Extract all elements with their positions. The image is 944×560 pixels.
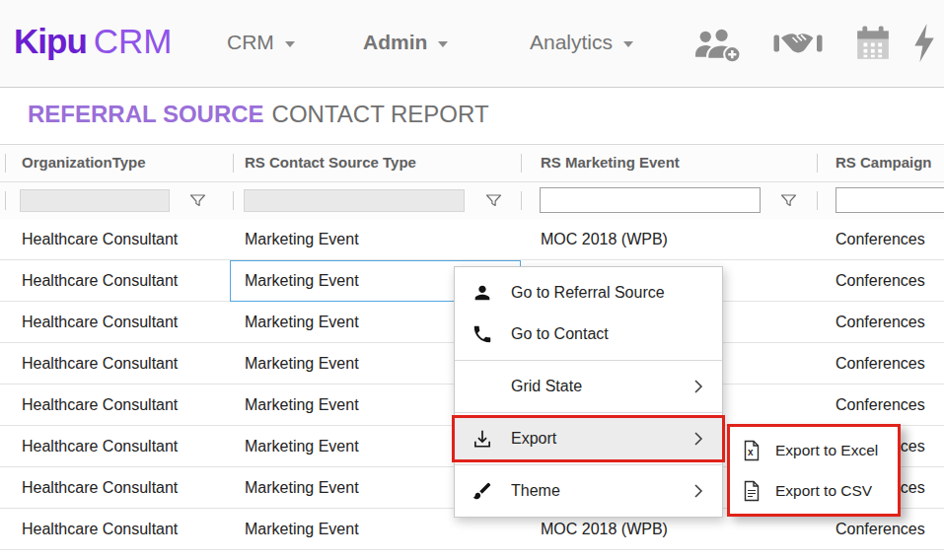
column-divider [233,154,234,173]
filter-input-rs-marketing-event[interactable] [540,187,761,213]
filter-input-rs-campaign[interactable] [835,187,944,213]
menu-separator [455,464,722,465]
column-divider [817,154,818,173]
csv-file-icon [742,480,762,502]
menu-item-go-to-contact[interactable]: Go to Contact [455,314,722,355]
menu-item-label: Go to Contact [511,325,609,343]
table-cell[interactable]: Marketing Event [245,426,359,466]
menu-item-label: Export to CSV [775,482,872,500]
table-cell[interactable]: Conferences [835,219,925,259]
table-cell[interactable]: Marketing Event [245,343,359,384]
grid-header-row: OrganizationType RS Contact Source Type … [0,145,944,182]
nav-label: CRM [227,31,274,53]
caret-down-icon [285,41,295,47]
chevron-right-icon [689,481,708,501]
menu-item-label: Export to Excel [775,442,878,459]
table-cell[interactable]: Healthcare Consultant [22,219,178,259]
chevron-right-icon [689,429,708,449]
grid-filter-row [0,182,944,220]
download-icon [472,428,493,450]
title-bar: REFERRAL SOURCECONTACT REPORT [0,88,944,145]
column-divider [521,191,522,210]
app-logo[interactable]: KipuCRM [14,22,172,61]
caret-down-icon [438,41,448,47]
table-cell[interactable]: Conferences [835,302,925,342]
column-header-rs-marketing-event[interactable]: RS Marketing Event [541,154,680,171]
menu-item-go-to-referral-source[interactable]: Go to Referral Source [455,272,722,314]
table-cell[interactable]: Marketing Event [245,302,359,342]
column-header-rs-contact-source-type[interactable]: RS Contact Source Type [245,154,416,171]
export-submenu: xExport to ExcelExport to CSV [727,424,901,517]
funnel-icon[interactable] [484,191,503,210]
funnel-icon[interactable] [779,191,798,210]
table-cell[interactable]: Conferences [835,385,925,425]
column-header-rs-campaign[interactable]: RS Campaign [835,154,932,171]
table-cell[interactable]: Marketing Event [245,260,359,301]
column-divider [817,191,818,210]
menu-item-export[interactable]: Export [455,418,722,459]
filter-input-rs-contact-source-type[interactable] [244,189,465,212]
column-divider [5,154,6,173]
column-header-organizationtype[interactable]: OrganizationType [22,154,146,171]
nav-menu-analytics[interactable]: Analytics [530,31,633,54]
column-divider [5,191,6,210]
table-cell[interactable]: Healthcare Consultant [22,467,178,508]
table-cell[interactable]: Marketing Event [245,219,359,259]
excel-file-icon: x [742,440,762,461]
brush-icon [472,480,493,502]
table-cell[interactable]: Conferences [835,260,925,301]
person-icon [472,282,493,304]
page-title: REFERRAL SOURCECONTACT REPORT [28,101,489,128]
caret-down-icon [623,41,633,47]
table-cell[interactable]: Healthcare Consultant [22,509,178,549]
page-title-secondary: CONTACT REPORT [272,101,489,127]
table-cell[interactable]: Marketing Event [245,467,359,508]
table-cell[interactable]: Healthcare Consultant [22,302,178,342]
table-cell[interactable]: Healthcare Consultant [22,343,178,384]
menu-separator [455,412,722,413]
table-cell[interactable]: Marketing Event [245,509,359,549]
handshake-icon[interactable] [773,28,823,64]
page-title-primary: REFERRAL SOURCE [28,101,264,127]
table-cell[interactable]: MOC 2018 (WPB) [541,219,668,259]
menu-item-grid-state[interactable]: Grid State [455,366,722,407]
nav-menu-admin[interactable]: Admin [363,31,448,54]
table-cell[interactable]: Healthcare Consultant [22,426,178,466]
menu-item-export-to-csv[interactable]: Export to CSV [730,470,898,511]
menu-item-export-to-excel[interactable]: xExport to Excel [730,430,898,470]
column-divider [521,154,522,173]
nav-label: Analytics [530,31,613,53]
calendar-icon[interactable] [854,25,892,66]
column-divider [233,191,234,210]
menu-item-theme[interactable]: Theme [455,470,722,512]
svg-text:x: x [748,446,754,456]
context-menu: Go to Referral SourceGo to ContactGrid S… [454,266,723,518]
table-cell[interactable]: Conferences [835,343,925,384]
menu-item-label: Grid State [511,378,582,395]
menu-item-label: Export [511,430,556,448]
funnel-icon[interactable] [188,191,207,210]
logo-secondary: CRM [94,22,173,60]
logo-primary: Kipu [14,22,87,60]
top-bar: KipuCRM CRM Admin Analytics [0,0,944,88]
table-cell[interactable]: Marketing Event [245,385,359,425]
nav-menu-crm[interactable]: CRM [227,31,295,54]
nav-label: Admin [363,31,427,53]
chevron-right-icon [689,377,708,396]
table-cell[interactable]: Healthcare Consultant [22,385,178,425]
add-users-icon[interactable] [694,26,741,68]
menu-separator [455,360,722,361]
menu-item-label: Go to Referral Source [511,284,665,302]
lightning-icon[interactable] [911,23,936,67]
menu-item-label: Theme [511,482,560,500]
filter-input-organizationtype[interactable] [20,189,170,212]
table-cell[interactable]: Healthcare Consultant [22,260,178,301]
phone-icon [472,323,493,345]
table-row[interactable]: Healthcare ConsultantMarketing EventMOC … [0,219,944,260]
